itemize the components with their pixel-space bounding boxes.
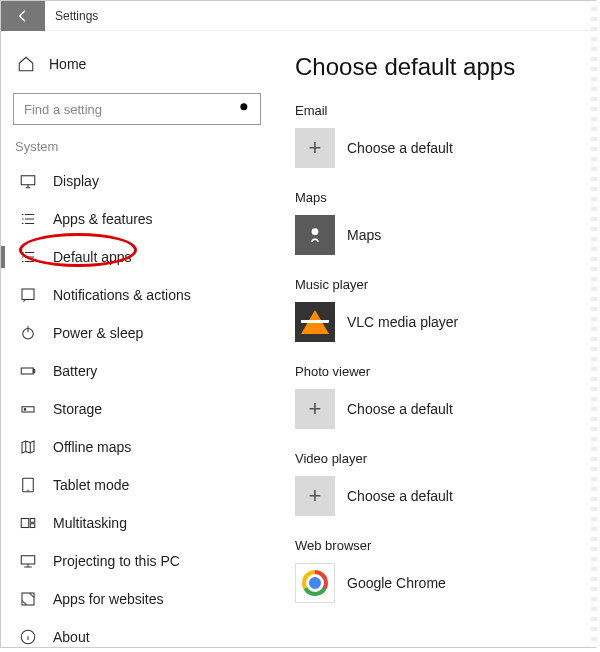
battery-icon (19, 362, 37, 380)
search-input[interactable]: Find a setting (13, 93, 261, 125)
main-panel: Choose default apps Email + Choose a def… (271, 31, 595, 647)
sidebar-item-projecting[interactable]: Projecting to this PC (13, 542, 259, 580)
category-email: Email + Choose a default (295, 103, 595, 168)
category-photo: Photo viewer + Choose a default (295, 364, 595, 429)
window-title: Settings (45, 9, 98, 23)
sidebar-item-power-sleep[interactable]: Power & sleep (13, 314, 259, 352)
svg-point-15 (312, 228, 319, 235)
plus-icon: + (295, 476, 335, 516)
category-web: Web browser Google Chrome (295, 538, 595, 603)
search-icon (238, 101, 252, 118)
svg-rect-4 (21, 368, 33, 374)
chrome-icon (295, 563, 335, 603)
default-apps-icon (19, 248, 37, 266)
sidebar-item-label: About (53, 629, 90, 645)
sidebar-item-default-apps[interactable]: Default apps (13, 238, 259, 276)
default-app-music[interactable]: VLC media player (295, 302, 595, 342)
category-video: Video player + Choose a default (295, 451, 595, 516)
about-icon (19, 628, 37, 646)
sidebar-item-display[interactable]: Display (13, 162, 259, 200)
plus-icon: + (295, 389, 335, 429)
app-name: VLC media player (347, 314, 458, 330)
section-label: System (15, 139, 259, 154)
maps-app-icon (295, 215, 335, 255)
sidebar-item-label: Tablet mode (53, 477, 129, 493)
app-name: Maps (347, 227, 381, 243)
projecting-icon (19, 552, 37, 570)
page-title: Choose default apps (295, 53, 595, 81)
app-name: Choose a default (347, 140, 453, 156)
titlebar: Settings (1, 1, 595, 31)
default-app-email[interactable]: + Choose a default (295, 128, 595, 168)
vlc-icon (295, 302, 335, 342)
svg-rect-9 (21, 519, 29, 528)
nav-list: Display Apps & features Default apps Not… (13, 162, 259, 652)
display-icon (19, 172, 37, 190)
settings-window: Settings Home Find a setting System (0, 0, 596, 648)
sidebar-item-label: Multitasking (53, 515, 127, 531)
svg-rect-13 (22, 593, 34, 605)
app-name: Google Chrome (347, 575, 446, 591)
category-label: Music player (295, 277, 595, 292)
svg-rect-5 (33, 370, 35, 373)
power-icon (19, 324, 37, 342)
home-button[interactable]: Home (13, 49, 259, 79)
sidebar-item-label: Apps & features (53, 211, 153, 227)
sidebar-item-label: Notifications & actions (53, 287, 191, 303)
sidebar-item-battery[interactable]: Battery (13, 352, 259, 390)
torn-edge (591, 1, 597, 647)
notifications-icon (19, 286, 37, 304)
svg-point-0 (240, 103, 247, 110)
svg-rect-11 (30, 524, 35, 528)
sidebar-item-notifications[interactable]: Notifications & actions (13, 276, 259, 314)
sidebar-item-label: Storage (53, 401, 102, 417)
sidebar-item-label: Power & sleep (53, 325, 143, 341)
app-name: Choose a default (347, 401, 453, 417)
home-icon (17, 55, 35, 73)
svg-rect-10 (30, 519, 35, 523)
default-app-video[interactable]: + Choose a default (295, 476, 595, 516)
back-arrow-icon (15, 8, 31, 24)
sidebar-item-label: Display (53, 173, 99, 189)
category-label: Maps (295, 190, 595, 205)
sidebar-item-about[interactable]: About (13, 618, 259, 652)
sidebar-item-apps-websites[interactable]: Apps for websites (13, 580, 259, 618)
svg-point-7 (24, 409, 26, 411)
svg-rect-2 (22, 289, 34, 300)
home-label: Home (49, 56, 86, 72)
sidebar-item-label: Default apps (53, 249, 132, 265)
plus-icon: + (295, 128, 335, 168)
category-label: Photo viewer (295, 364, 595, 379)
sidebar-item-label: Battery (53, 363, 97, 379)
sidebar-item-apps-features[interactable]: Apps & features (13, 200, 259, 238)
sidebar: Home Find a setting System Display Apps … (1, 31, 271, 647)
sidebar-item-offline-maps[interactable]: Offline maps (13, 428, 259, 466)
sidebar-item-label: Offline maps (53, 439, 131, 455)
map-icon (19, 438, 37, 456)
default-app-photo[interactable]: + Choose a default (295, 389, 595, 429)
storage-icon (19, 400, 37, 418)
tablet-icon (19, 476, 37, 494)
default-app-maps[interactable]: Maps (295, 215, 595, 255)
sidebar-item-label: Apps for websites (53, 591, 164, 607)
svg-rect-1 (21, 176, 35, 185)
multitasking-icon (19, 514, 37, 532)
svg-rect-12 (21, 556, 35, 564)
sidebar-item-label: Projecting to this PC (53, 553, 180, 569)
category-label: Web browser (295, 538, 595, 553)
category-maps: Maps Maps (295, 190, 595, 255)
list-icon (19, 210, 37, 228)
app-name: Choose a default (347, 488, 453, 504)
category-label: Email (295, 103, 595, 118)
category-music: Music player VLC media player (295, 277, 595, 342)
sidebar-item-tablet-mode[interactable]: Tablet mode (13, 466, 259, 504)
apps-websites-icon (19, 590, 37, 608)
back-button[interactable] (1, 1, 45, 31)
default-app-web[interactable]: Google Chrome (295, 563, 595, 603)
category-label: Video player (295, 451, 595, 466)
sidebar-item-multitasking[interactable]: Multitasking (13, 504, 259, 542)
search-placeholder: Find a setting (24, 102, 102, 117)
sidebar-item-storage[interactable]: Storage (13, 390, 259, 428)
